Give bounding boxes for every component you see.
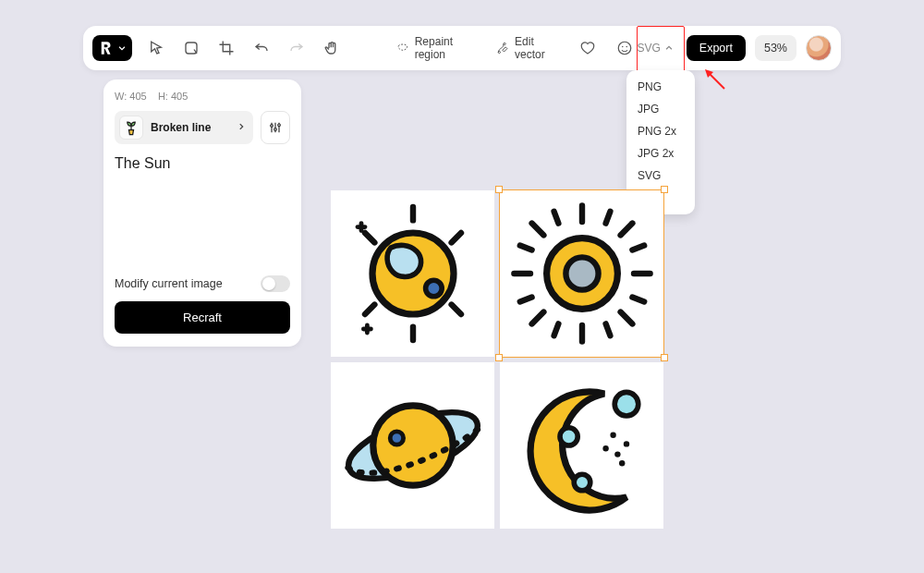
dropdown-item-png[interactable]: PNG <box>626 76 695 98</box>
modify-label: Modify current image <box>115 277 223 290</box>
style-name: Broken line <box>151 121 211 134</box>
svg-line-36 <box>632 298 644 302</box>
smiley-icon <box>616 40 633 56</box>
svg-line-29 <box>553 212 558 224</box>
crop-tool[interactable] <box>217 39 236 57</box>
repaint-icon <box>396 41 409 55</box>
app-logo-menu[interactable] <box>92 35 132 61</box>
svg-line-27 <box>620 224 632 236</box>
svg-point-2 <box>622 46 624 48</box>
result-tile-1[interactable] <box>500 190 663 357</box>
svg-point-45 <box>610 433 615 438</box>
svg-line-14 <box>365 305 374 314</box>
resize-handle-tr[interactable] <box>661 186 668 193</box>
lasso-tool[interactable] <box>182 39 201 57</box>
svg-point-7 <box>274 128 277 131</box>
svg-line-33 <box>519 246 531 250</box>
dropdown-item-png2x[interactable]: PNG 2x <box>626 120 695 142</box>
style-settings-button[interactable] <box>261 111 290 144</box>
vector-icon <box>496 41 509 55</box>
modify-toggle[interactable] <box>261 275 290 292</box>
svg-point-49 <box>619 460 625 466</box>
resize-handle-tl[interactable] <box>495 186 503 193</box>
lasso-icon <box>183 40 200 56</box>
crop-icon <box>218 40 235 56</box>
svg-line-32 <box>605 323 610 335</box>
user-avatar[interactable] <box>806 35 832 61</box>
sun-rays-icon <box>508 200 656 347</box>
sun-sparkle-icon <box>339 200 487 347</box>
tool-icon-group <box>147 39 341 57</box>
svg-line-11 <box>365 233 374 242</box>
heart-icon <box>579 40 596 56</box>
plant-icon <box>122 118 140 137</box>
top-toolbar: Repaint region Edit vector SVG Export 53… <box>83 26 841 70</box>
resize-handle-bl[interactable] <box>495 354 503 361</box>
svg-point-44 <box>614 392 638 416</box>
results-grid <box>331 190 663 529</box>
repaint-label: Repaint region <box>415 35 477 61</box>
svg-line-26 <box>620 312 632 324</box>
sliders-icon <box>268 120 283 135</box>
heart-hands-button[interactable] <box>579 40 596 56</box>
chevron-down-icon <box>117 43 127 53</box>
format-dropdown[interactable]: SVG <box>633 38 676 58</box>
style-picker[interactable]: Broken line <box>115 111 253 144</box>
recraft-button[interactable]: Recraft <box>115 301 290 334</box>
action-tools: Repaint region Edit vector <box>396 35 633 61</box>
result-tile-2[interactable] <box>331 362 494 529</box>
edit-vector-button[interactable]: Edit vector <box>496 35 559 61</box>
logo-icon <box>98 40 115 56</box>
redo-icon <box>288 40 305 56</box>
edit-vector-label: Edit vector <box>515 35 559 61</box>
svg-point-38 <box>565 257 598 289</box>
svg-point-43 <box>574 474 590 491</box>
svg-line-25 <box>531 224 543 236</box>
chevron-right-icon <box>237 121 246 134</box>
right-tools: SVG Export 53% <box>633 35 832 61</box>
svg-point-42 <box>560 428 578 445</box>
svg-point-1 <box>619 42 632 55</box>
width-label: W: 405 <box>115 91 147 102</box>
undo-icon <box>253 40 270 56</box>
cursor-icon <box>148 40 164 56</box>
emoji-button[interactable] <box>616 40 633 56</box>
export-button[interactable]: Export <box>687 35 746 61</box>
height-label: H: 405 <box>158 91 188 102</box>
repaint-region-button[interactable]: Repaint region <box>396 35 476 61</box>
svg-point-48 <box>602 445 608 451</box>
redo-button[interactable] <box>287 39 306 57</box>
prompt-text[interactable]: The Sun <box>115 155 290 172</box>
dropdown-item-jpg[interactable]: JPG <box>626 98 695 120</box>
saturn-icon <box>339 372 487 519</box>
canvas-dimensions: W: 405 H: 405 <box>115 91 290 102</box>
svg-line-13 <box>451 233 460 242</box>
svg-line-12 <box>451 305 460 314</box>
svg-point-47 <box>614 451 620 457</box>
zoom-level[interactable]: 53% <box>755 35 796 61</box>
dropdown-item-jpg2x[interactable]: JPG 2x <box>626 142 695 165</box>
svg-point-3 <box>626 46 628 48</box>
hand-icon <box>323 40 340 56</box>
svg-point-6 <box>271 125 274 128</box>
format-label: SVG <box>637 42 660 55</box>
chevron-up-icon <box>664 43 674 53</box>
result-tile-3[interactable] <box>500 362 663 529</box>
svg-point-16 <box>425 280 442 297</box>
svg-point-8 <box>278 124 281 127</box>
dropdown-item-svg[interactable]: SVG <box>626 165 695 187</box>
svg-line-35 <box>632 246 644 250</box>
generation-panel: W: 405 H: 405 Broken line <box>103 79 301 347</box>
svg-line-31 <box>553 323 558 335</box>
resize-handle-br[interactable] <box>661 354 668 361</box>
svg-line-28 <box>531 312 543 324</box>
svg-point-41 <box>390 432 403 445</box>
hand-tool[interactable] <box>322 39 341 57</box>
svg-line-30 <box>605 212 610 224</box>
result-tile-0[interactable] <box>331 190 494 357</box>
style-thumbnail <box>119 116 143 140</box>
undo-button[interactable] <box>252 39 271 57</box>
cursor-tool[interactable] <box>147 39 165 57</box>
svg-line-34 <box>519 298 531 302</box>
annotation-arrow-icon <box>702 67 730 94</box>
